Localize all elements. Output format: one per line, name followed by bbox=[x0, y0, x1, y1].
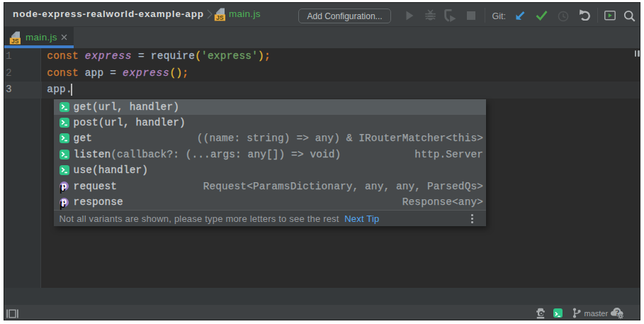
svg-text:JS: JS bbox=[11, 38, 19, 45]
svg-text:JS: JS bbox=[216, 14, 224, 21]
